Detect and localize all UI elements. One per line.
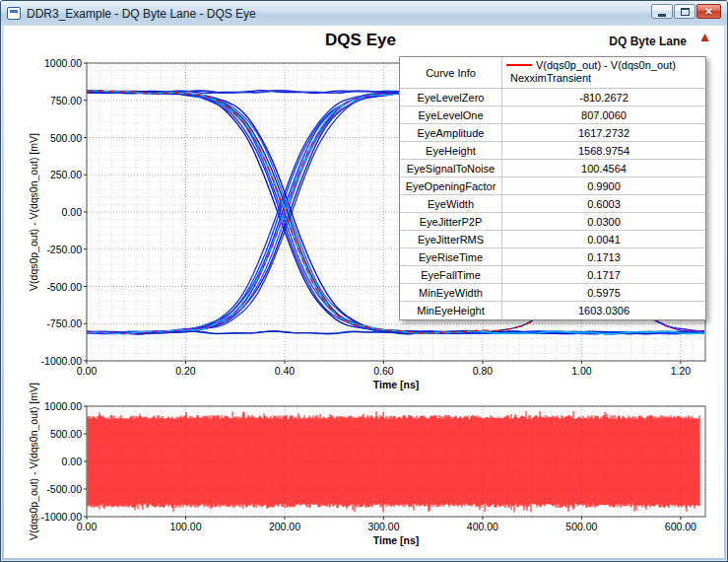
y-tick-label: 1000.00 [44,400,82,412]
marker-triangle-icon: ▲ [698,30,711,44]
report-window: DDR3_Example - DQ Byte Lane - DQS Eye ✕ … [0,0,728,562]
y-axis-title: V(dqs0p_out) - V(dqs0n_out) [mV] [28,133,39,291]
curve-info-row: MinEyeHeight1603.0306 [400,302,705,319]
curve-info-row: MinEyeWidth0.5975 [400,284,705,302]
x-tick-label: 500.00 [565,521,597,532]
curve-info-label: EyeSignalToNoise [400,160,502,176]
curve-info-value: 100.4564 [502,160,705,176]
curve-info-label: EyeJitterRMS [400,231,502,247]
y-tick-label: -500.00 [46,281,82,293]
x-tick-label: 1.00 [571,365,591,377]
report-canvas: DQS Eye DQ Byte Lane ▲ Curve Info V(dqs0… [4,26,724,558]
design-corner-label: DQ Byte Lane [609,35,687,48]
curve-info-label: EyeHeight [400,142,502,159]
window-icon [7,7,21,20]
close-icon: ✕ [704,7,712,17]
x-axis-title: Time [ns] [373,379,419,390]
curve-info-row: EyeLevelZero-810.2672 [400,89,705,106]
minimize-icon [658,14,666,17]
titlebar[interactable]: DDR3_Example - DQ Byte Lane - DQS Eye ✕ [1,1,727,26]
curve-info-label: EyeOpeningFactor [400,177,502,194]
curve-info-label: MinEyeWidth [400,284,502,301]
x-tick-label: 1.20 [671,365,691,377]
x-tick-label: 0.60 [373,365,393,377]
curve-info-table[interactable]: Curve Info V(dqs0p_out) - V(dqs0n_out) N… [399,56,706,320]
y-tick-label: -250.00 [46,244,82,255]
curve-info-value: -810.2672 [502,89,705,105]
curve-info-value: 0.0041 [502,231,705,247]
curve-info-value: 1603.0306 [502,302,705,319]
curve-legend: V(dqs0p_out) - V(dqs0n_out) NexximTransi… [502,57,705,88]
curve-info-row: EyeOpeningFactor0.9900 [400,177,705,195]
curve-info-row: EyeJitterP2P0.0300 [400,213,705,231]
x-tick-label: 0.80 [473,365,493,377]
curve-info-row: EyeHeight1568.9754 [400,142,705,160]
curve-info-value: 0.0300 [502,213,705,230]
minimize-button[interactable] [651,4,673,19]
x-tick-label: 200.00 [269,521,300,532]
maximize-icon [681,8,690,16]
curve-info-value: 0.1717 [502,266,705,283]
y-tick-label: -500.00 [46,483,82,495]
curve-info-value: 0.6003 [502,195,705,212]
curve-info-title: Curve Info [400,57,502,88]
y-tick-label: 500.00 [50,132,82,144]
curve-info-label: EyeRiseTime [400,248,502,265]
y-tick-label: -750.00 [46,317,82,329]
curve-info-label: EyeFallTime [400,266,502,283]
curve-info-value: 0.5975 [502,284,705,301]
curve-info-label: EyeWidth [400,195,502,212]
curve-info-row: EyeSignalToNoise100.4564 [400,160,705,177]
y-tick-label: 0.00 [62,206,82,218]
y-tick-label: 250.00 [50,169,82,180]
curve-info-label: EyeJitterP2P [400,213,502,230]
legend-series-name: V(dqs0p_out) - V(dqs0n_out) [536,59,676,71]
curve-info-label: MinEyeHeight [400,302,502,319]
curve-info-value: 1568.9754 [502,142,705,159]
x-tick-label: 400.00 [467,521,498,532]
legend-solution-name: NexximTransient [506,72,701,84]
y-tick-label: 750.00 [50,95,82,106]
x-axis-title: Time [ns] [373,534,419,546]
window-controls: ✕ [651,4,721,19]
curve-info-row: EyeFallTime0.1717 [400,266,705,284]
plot-title: DQS Eye [325,31,396,50]
y-tick-label: -1000.00 [41,355,82,367]
curve-info-label: EyeLevelOne [400,106,502,123]
curve-info-value: 0.1713 [502,248,705,265]
curve-info-row: EyeRiseTime0.1713 [400,248,705,266]
x-tick-label: 0.20 [175,365,195,377]
y-tick-label: 500.00 [50,428,82,440]
curve-info-value: 0.9900 [502,177,705,194]
x-tick-label: 300.00 [367,521,399,532]
close-button[interactable]: ✕ [696,4,721,19]
legend-line-icon [506,64,532,66]
x-tick-label: 0.40 [275,365,295,377]
y-tick-label: 0.00 [62,456,82,467]
curve-info-header: Curve Info V(dqs0p_out) - V(dqs0n_out) N… [400,57,705,89]
maximize-button[interactable] [674,4,695,19]
curve-info-label: EyeLevelZero [400,89,502,105]
x-tick-label: 600.00 [665,521,696,532]
y-tick-label: -1000.00 [41,511,82,523]
curve-info-rows: EyeLevelZero-810.2672EyeLevelOne807.0060… [400,89,705,319]
window-title: DDR3_Example - DQ Byte Lane - DQS Eye [27,7,256,21]
y-tick-label: 1000.00 [44,57,82,69]
curve-info-row: EyeWidth0.6003 [400,195,705,213]
x-tick-label: 100.00 [169,521,201,532]
curve-info-value: 1617.2732 [502,124,705,141]
curve-info-row: EyeAmplitude1617.2732 [400,124,705,142]
curve-info-row: EyeJitterRMS0.0041 [400,231,705,248]
curve-info-row: EyeLevelOne807.0060 [400,106,705,124]
y-axis-title: V(dqs0p_out) - V(dqs0n_out) [mV] [28,383,39,540]
curve-info-label: EyeAmplitude [400,124,502,141]
curve-info-value: 807.0060 [502,106,705,123]
